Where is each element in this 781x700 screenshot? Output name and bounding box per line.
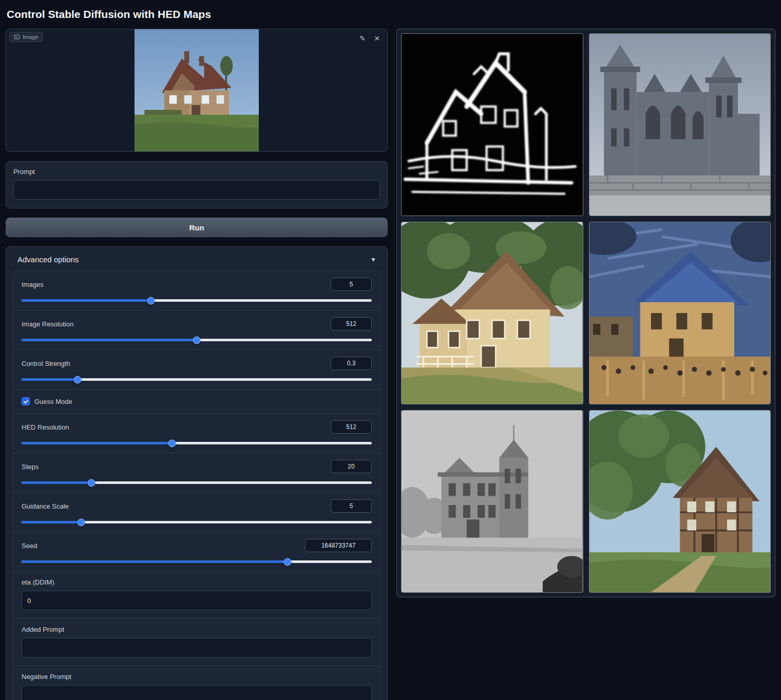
slider-label-hed-resolution: HED Resolution [22, 423, 69, 431]
main-columns: Image ✎ ✕ [6, 29, 775, 700]
slider-label-images: Images [22, 281, 44, 288]
negative-prompt-label: Negative Prompt [22, 673, 372, 680]
slider-row-control-strength: Control Strength [13, 349, 380, 389]
gallery-item-hed-edge-map[interactable] [401, 33, 583, 216]
image-actions: ✎ ✕ [356, 32, 383, 45]
slider-label-guidance-scale: Guidance Scale [22, 502, 69, 510]
advanced-options-title: Advanced options [17, 255, 79, 264]
slider-value-images[interactable] [331, 278, 372, 291]
gallery-item-stone-cathedral[interactable] [589, 33, 771, 216]
guess-mode-checkbox[interactable] [22, 397, 30, 405]
image-upload: Image ✎ ✕ [6, 29, 388, 152]
advanced-options-accordion[interactable]: Advanced options ▼ [13, 254, 380, 270]
gallery-item-ornate-wooden-house[interactable] [401, 222, 583, 404]
painterly-house-rain-image [589, 222, 771, 404]
slider-row-image-resolution: Image Resolution [13, 310, 380, 349]
input-image-preview [135, 29, 259, 151]
eta-label: eta (DDIM) [22, 578, 372, 586]
run-button[interactable]: Run [6, 218, 388, 237]
negative-prompt-row: Negative Prompt [13, 666, 380, 700]
prompt-block: Prompt [6, 161, 388, 208]
app-page: Control Stable Diffusion with HED Maps I… [0, 0, 781, 700]
slider-handle-guidance-scale[interactable] [77, 518, 85, 526]
slider-handle-image-resolution[interactable] [193, 336, 201, 344]
slider-label-image-resolution: Image Resolution [22, 320, 73, 328]
prompt-input[interactable] [13, 180, 380, 200]
added-prompt-label: Added Prompt [22, 626, 372, 633]
added-prompt-input[interactable] [22, 638, 372, 657]
guess-mode-label: Guess Mode [34, 398, 72, 405]
grayscale-building-image [402, 411, 583, 592]
gallery-item-timber-house-trees[interactable] [589, 410, 771, 593]
slider-fill [22, 442, 172, 444]
slider-track-guidance-scale[interactable] [22, 521, 372, 523]
output-column [396, 29, 775, 597]
house-photo [135, 29, 259, 151]
image-label-text: Image [23, 34, 39, 40]
slider-label-control-strength: Control Strength [22, 360, 70, 367]
advanced-options-form: Images Image Resolution [13, 270, 380, 700]
slider-track-image-resolution[interactable] [22, 339, 372, 341]
edit-image-button[interactable]: ✎ [356, 32, 369, 45]
slider-fill [22, 299, 151, 302]
slider-row-steps: Steps [13, 453, 380, 492]
slider-value-image-resolution[interactable] [331, 317, 372, 330]
stone-cathedral-image [589, 34, 771, 216]
hed-edge-map-image [402, 34, 583, 216]
image-icon [14, 34, 20, 40]
eta-input[interactable] [22, 591, 372, 610]
slider-handle-hed-resolution[interactable] [168, 439, 176, 447]
page-title: Control Stable Diffusion with HED Maps [7, 8, 775, 21]
gallery-item-grayscale-building[interactable] [401, 410, 583, 593]
slider-handle-control-strength[interactable] [74, 376, 82, 383]
check-icon [23, 399, 29, 404]
slider-handle-seed[interactable] [284, 558, 292, 566]
advanced-options-panel: Advanced options ▼ Images [6, 246, 388, 700]
output-gallery [396, 29, 775, 597]
guess-mode-row[interactable]: Guess Mode [13, 389, 380, 413]
added-prompt-row: Added Prompt [13, 618, 380, 666]
slider-value-steps[interactable] [331, 460, 372, 473]
controls-column: Image ✎ ✕ [6, 29, 388, 700]
slider-track-control-strength[interactable] [22, 378, 372, 381]
slider-row-seed: Seed [13, 532, 380, 571]
slider-fill [22, 339, 197, 341]
slider-row-guidance-scale: Guidance Scale [13, 492, 380, 532]
slider-label-seed: Seed [22, 542, 37, 550]
slider-value-hed-resolution[interactable] [331, 420, 372, 434]
eta-row: eta (DDIM) [13, 571, 380, 618]
slider-track-seed[interactable] [22, 560, 372, 563]
slider-value-control-strength[interactable] [331, 357, 372, 370]
ornate-wooden-house-image [402, 222, 583, 404]
slider-fill [22, 521, 81, 523]
slider-handle-steps[interactable] [88, 479, 96, 487]
clear-image-button[interactable]: ✕ [371, 32, 383, 45]
timber-house-trees-image [589, 411, 771, 592]
image-component-label: Image [9, 32, 43, 42]
accordion-arrow-icon: ▼ [370, 256, 376, 263]
slider-track-images[interactable] [22, 299, 372, 302]
slider-value-seed[interactable] [305, 539, 372, 552]
slider-handle-images[interactable] [147, 297, 155, 304]
slider-fill [22, 481, 91, 484]
slider-track-steps[interactable] [22, 481, 372, 484]
prompt-label: Prompt [13, 168, 380, 176]
slider-fill [22, 378, 78, 381]
slider-value-guidance-scale[interactable] [331, 499, 372, 513]
slider-row-hed-resolution: HED Resolution [13, 413, 380, 453]
gallery-item-painterly-house-rain[interactable] [589, 222, 771, 404]
slider-row-images: Images [13, 271, 380, 310]
negative-prompt-input[interactable] [22, 685, 372, 700]
slider-label-steps: Steps [22, 463, 39, 471]
slider-fill [22, 560, 288, 563]
slider-track-hed-resolution[interactable] [22, 442, 372, 444]
